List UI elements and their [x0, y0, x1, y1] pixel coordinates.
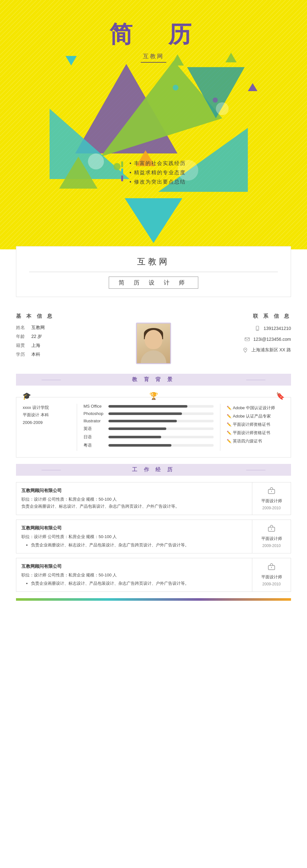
location-icon	[242, 347, 249, 353]
photo-body	[141, 350, 166, 363]
age-value: 22 岁	[31, 334, 42, 340]
basic-info-heading: 基 本 信 息	[16, 313, 126, 320]
bottom-accent-bar	[16, 598, 291, 601]
edu-value: 本科	[31, 352, 40, 358]
education-divider: 教 育 背 景	[16, 374, 291, 385]
cert-1: ✏️Adobe 认证产品专家	[227, 412, 284, 421]
bullet-line-green	[121, 161, 123, 167]
hero-bottom-triangle	[125, 198, 182, 243]
skill-bar-fill-5	[109, 444, 172, 446]
work-role-1: 平面设计师	[261, 536, 282, 541]
edu-certs-col: ✏️Adobe 中国认证设计师 ✏️Adobe 认证产品专家 ✏️平面设计师资格…	[220, 404, 284, 451]
work-period-2: 2009-2010	[262, 582, 280, 586]
resume-title: 简 历	[0, 0, 307, 50]
cert-4: ✏️英语四六级证书	[227, 437, 284, 445]
work-details-2: 职位：设计师 公司性质：私营企业 规模：50-100 人	[22, 571, 247, 579]
cert-icon-4: ✏️	[227, 439, 232, 443]
skill-bar-bg-5	[109, 444, 214, 446]
skill-label-3: 英语	[84, 426, 106, 432]
skill-bar-fill-1	[109, 412, 182, 415]
info-card: 互教网 简 历 设 计 师	[16, 246, 291, 297]
phone-row: 13912341210	[254, 325, 291, 332]
skill-bar-bg-2	[109, 420, 214, 422]
card-name: 互教网	[29, 256, 278, 272]
school-major: 平面设计 本科	[23, 412, 49, 417]
circle-teal	[173, 85, 179, 91]
work-left-2: 互教网顾问有限公司 职位：设计师 公司性质：私营企业 规模：50-100 人 负…	[16, 558, 252, 591]
skill-row-4: 日语	[84, 434, 214, 440]
grad-hat-icon-right: 🔖	[276, 392, 285, 400]
svg-rect-2	[245, 338, 249, 341]
hero-subtitle: 互教网	[0, 53, 307, 63]
edu-row: 学历 本科	[16, 352, 126, 358]
hometown-label: 籍贯	[16, 343, 29, 348]
skill-row-2: Illustrator	[84, 418, 214, 423]
circle-white-3	[216, 102, 229, 115]
circle-white-1	[88, 153, 104, 169]
grad-hat-icon-left: 🎓	[22, 392, 31, 400]
briefcase-icon-2	[268, 563, 275, 572]
work-role-0: 平面设计师	[261, 498, 282, 504]
email-row: 123i@123456.com	[244, 336, 291, 343]
skill-label-2: Illustrator	[84, 418, 106, 423]
name-value: 互教网	[31, 325, 45, 331]
skill-bar-bg-3	[109, 428, 214, 430]
circle-purple	[213, 97, 218, 103]
contact-heading: 联 系 信 息	[253, 313, 291, 320]
education-details: xxxx 设计学院 平面设计 本科 2006-2009 MS Office Ph…	[16, 397, 291, 458]
bullet-3: 修改为突出要点总结	[129, 179, 186, 185]
cert-3: ✏️平面设计师资格证书	[227, 429, 284, 437]
skill-label-1: Photoshop	[84, 411, 106, 416]
work-right-0: 平面设计师 2009-2010	[252, 483, 291, 515]
cert-icon-0: ✏️	[227, 406, 232, 410]
address-row: 上海浦东新区 XX 路	[242, 347, 291, 353]
skill-bar-fill-4	[109, 436, 161, 438]
skill-label-5: 粤语	[84, 442, 106, 448]
main-content: 基 本 信 息 姓名 互教网 年龄 22 岁 籍贯 上海 学历 本科	[0, 303, 307, 617]
skill-bar-fill-0	[109, 405, 187, 408]
work-duty-2: 负责企业画册设计、标志设计、产品包装设计、杂志广告跨页设计、户外广告设计等。	[31, 580, 247, 587]
hero-section: 简 历 互教网 丰富的社会实践经历 精益求精的专业态度 修改为突出要点总结	[0, 0, 307, 249]
school-years: 2006-2009	[23, 420, 42, 425]
company-1: 互教网顾问有限公司	[22, 524, 247, 532]
work-right-1: 平面设计师 2009-2010	[252, 520, 291, 553]
work-left-1: 互教网顾问有限公司 职位：设计师 公司性质：私营企业 规模：50-100 人 负…	[16, 520, 252, 553]
bullet-line-teal	[121, 168, 123, 174]
work-entry-1: 互教网顾问有限公司 职位：设计师 公司性质：私营企业 规模：50-100 人 负…	[16, 520, 291, 553]
email-icon	[244, 336, 251, 343]
work-entry-2: 互教网顾问有限公司 职位：设计师 公司性质：私营企业 规模：50-100 人 负…	[16, 558, 291, 592]
age-label: 年龄	[16, 334, 29, 340]
cert-icon-3: ✏️	[227, 431, 232, 435]
skill-row-3: 英语	[84, 426, 214, 432]
skill-bar-fill-2	[109, 420, 177, 422]
hometown-row: 籍贯 上海	[16, 343, 126, 348]
company-0: 互教网顾问有限公司	[22, 487, 247, 495]
edu-top-icons-row: 🎓 🏆 🔖	[16, 392, 291, 400]
skill-bar-fill-3	[109, 428, 166, 430]
work-left-0: 互教网顾问有限公司 职位：设计师 公司性质：私营企业 规模：50-100 人 负…	[16, 483, 252, 515]
work-role-2: 平面设计师	[261, 574, 282, 580]
work-period-0: 2009-2010	[262, 506, 280, 510]
skill-bar-bg-4	[109, 436, 214, 438]
bullet-lines	[121, 160, 123, 181]
circle-green	[114, 163, 121, 170]
cert-0: ✏️Adobe 中国认证设计师	[227, 404, 284, 412]
briefcase-icon-1	[268, 525, 275, 534]
skill-bar-bg-1	[109, 412, 214, 415]
name-row: 姓名 互教网	[16, 325, 126, 331]
personal-info-section: 基 本 信 息 姓名 互教网 年龄 22 岁 籍贯 上海 学历 本科	[16, 313, 291, 364]
svg-rect-1	[257, 330, 258, 330]
bullet-line-purple	[121, 176, 123, 181]
cert-icon-2: ✏️	[227, 422, 232, 427]
work-details-0: 职位：设计师 公司性质：私营企业 规模：50-100 人	[22, 496, 247, 503]
age-row: 年龄 22 岁	[16, 334, 126, 340]
bullet-2: 精益求精的专业态度	[129, 169, 186, 176]
work-period-1: 2009-2010	[262, 544, 280, 548]
contact-col: 联 系 信 息 13912341210 123i@123456.com 上海浦东…	[181, 313, 291, 358]
card-job-title: 简 历 设 计 师	[109, 277, 198, 289]
address-value: 上海浦东新区 XX 路	[251, 347, 291, 353]
briefcase-icon-0	[268, 487, 275, 496]
school-name: xxxx 设计学院	[23, 405, 49, 410]
cert-2: ✏️平面设计师资格证书	[227, 421, 284, 429]
phone-icon	[254, 325, 261, 332]
